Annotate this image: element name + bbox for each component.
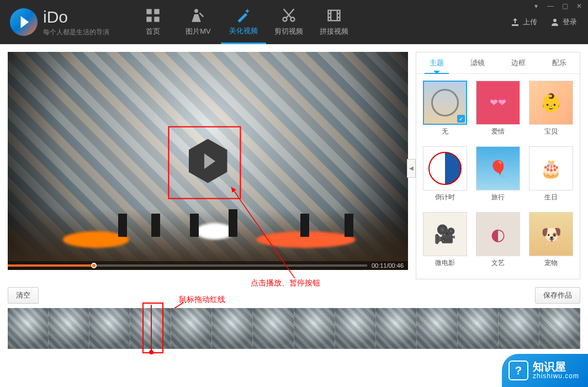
header-actions: 上传 登录: [511, 17, 588, 27]
timeline-frame: [8, 308, 49, 349]
main-nav: 首页 图片MV 美化视频 剪切视频 拼接视频: [130, 0, 357, 44]
clear-button[interactable]: 清空: [8, 287, 39, 304]
timeline-frame: [539, 308, 580, 349]
theme-birthday[interactable]: 生日: [527, 146, 575, 206]
timeline-frame: [335, 308, 376, 349]
timeline-area: 清空 保存作品 鼠标拖动红线: [0, 287, 588, 357]
timeline-frame: [458, 308, 499, 349]
watermark-url: zhishiwu.com: [533, 373, 579, 380]
nav-join-video[interactable]: 拼接视频: [311, 0, 357, 44]
timeline-frame: [89, 308, 130, 349]
maximize-icon[interactable]: ▢: [560, 2, 569, 10]
logo: iDo 每个人都是生活的导演: [0, 8, 119, 37]
timeline-frame: [499, 308, 539, 349]
login-button[interactable]: 登录: [550, 17, 577, 27]
svg-rect-7: [329, 10, 340, 21]
svg-rect-0: [146, 9, 151, 14]
tab-filter[interactable]: 滤镜: [457, 52, 498, 73]
timeline-frame: [49, 308, 89, 349]
progress-bar[interactable]: 00:11/00:46: [8, 261, 408, 270]
minimize-icon[interactable]: —: [546, 2, 555, 10]
tab-theme[interactable]: 主题: [416, 52, 457, 73]
logo-icon: [10, 8, 38, 36]
nav-photo-mv[interactable]: 图片MV: [176, 0, 221, 44]
timeline-frame: [171, 308, 212, 349]
side-tabs: 主题 滤镜 边框 配乐: [416, 52, 580, 74]
theme-none[interactable]: 无: [421, 81, 469, 141]
timeline-frame: [294, 308, 335, 349]
svg-rect-3: [154, 17, 159, 22]
collapse-panel-button[interactable]: ◀: [407, 159, 416, 178]
svg-rect-1: [154, 9, 159, 14]
watermark-title: 知识屋: [533, 361, 579, 373]
nav-home[interactable]: 首页: [130, 0, 176, 44]
menu-icon[interactable]: ▾: [532, 2, 541, 10]
theme-baby[interactable]: 宝贝: [527, 81, 575, 141]
time-label: 00:11/00:46: [367, 262, 408, 269]
side-panel: ◀ 主题 滤镜 边框 配乐 无 爱情 宝贝 倒计时 旅行 生日 微电影 文艺 宠…: [416, 52, 580, 279]
theme-grid: 无 爱情 宝贝 倒计时 旅行 生日 微电影 文艺 宠物: [416, 74, 580, 279]
progress-track[interactable]: [8, 264, 367, 267]
titlebar: iDo 每个人都是生活的导演 首页 图片MV 美化视频 剪切视频 拼接视频 上传: [0, 0, 588, 44]
window-controls: ▾ — ▢ ✕: [532, 2, 584, 10]
upload-button[interactable]: 上传: [511, 17, 537, 27]
timeline[interactable]: [8, 308, 580, 349]
tab-border[interactable]: 边框: [498, 52, 539, 73]
video-preview: 00:11/00:46 点击播放、暂停按钮: [8, 52, 408, 279]
nav-beautify-video[interactable]: 美化视频: [221, 0, 266, 44]
close-icon[interactable]: ✕: [575, 2, 584, 10]
svg-point-8: [553, 19, 557, 22]
watermark-icon: ?: [508, 361, 528, 380]
app-name: iDo: [43, 8, 109, 26]
svg-point-4: [194, 9, 198, 13]
timeline-frame: [253, 308, 294, 349]
video-frame[interactable]: 00:11/00:46: [8, 52, 408, 270]
progress-thumb[interactable]: [91, 263, 97, 268]
theme-movie[interactable]: 微电影: [421, 212, 469, 272]
timeline-frame: [376, 308, 417, 349]
annotation-text-drag: 鼠标拖动红线: [179, 295, 225, 305]
watermark-badge: ? 知识屋 zhishiwu.com: [502, 354, 588, 387]
theme-art[interactable]: 文艺: [474, 212, 522, 272]
timeline-frame: [417, 308, 458, 349]
svg-rect-2: [146, 17, 151, 22]
theme-countdown[interactable]: 倒计时: [421, 146, 469, 206]
app-tagline: 每个人都是生活的导演: [43, 28, 109, 37]
timeline-frame: [212, 308, 253, 349]
theme-travel[interactable]: 旅行: [474, 146, 522, 206]
theme-love[interactable]: 爱情: [474, 81, 522, 141]
save-button[interactable]: 保存作品: [535, 287, 580, 304]
theme-pet[interactable]: 宠物: [527, 212, 575, 272]
timeline-cursor[interactable]: [151, 305, 152, 352]
tab-music[interactable]: 配乐: [539, 52, 580, 73]
nav-cut-video[interactable]: 剪切视频: [266, 0, 311, 44]
